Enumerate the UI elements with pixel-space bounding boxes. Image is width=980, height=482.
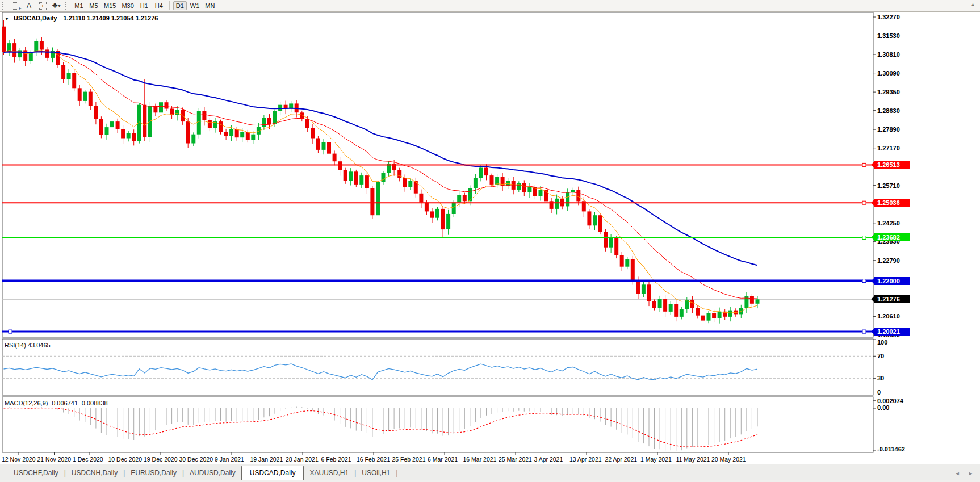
rsi-axis-label: 100 (877, 339, 887, 346)
text-box-glyph: T (39, 2, 47, 10)
date-label: 1 May 2021 (640, 456, 672, 463)
date-label: 1 Dec 2020 (73, 456, 103, 463)
tab-xauusd-h1[interactable]: XAUUSD,H1 (304, 467, 354, 480)
tab-scroll-right-icon[interactable]: ► (968, 471, 977, 476)
ohlc-values: 1.21110 1.21409 1.21054 1.21276 (63, 15, 158, 22)
timeframe-button-m1[interactable]: M1 (72, 1, 86, 10)
y-axis-tick: 1.30090 (877, 70, 900, 77)
y-axis-tick: 1.20610 (877, 313, 900, 320)
tab-usdcnh-daily[interactable]: USDCNH,Daily (66, 467, 123, 480)
hline-handle-right[interactable] (862, 163, 866, 166)
collapse-triangle-icon[interactable]: ▼ (5, 16, 9, 22)
ma-line-8 (4, 51, 758, 313)
rsi-line (4, 364, 758, 380)
timeframe-button-h1[interactable]: H1 (137, 1, 151, 10)
arrows-tool-icon[interactable]: ✥ ▾ (49, 1, 63, 11)
tab-usdchf-daily[interactable]: USDCHF,Daily (8, 467, 64, 480)
y-axis-tick: 1.31530 (877, 32, 900, 39)
date-label: 22 Apr 2021 (605, 456, 638, 463)
price-line-tag-1.25036[interactable]: 1.25036 (874, 199, 910, 207)
tab-usdcad-daily[interactable]: USDCAD,Daily (241, 466, 304, 480)
tab-eurusd-daily[interactable]: EURUSD,Daily (125, 467, 182, 480)
macd-axis-label: -0.011462 (877, 446, 905, 452)
date-label: 21 Nov 2020 (37, 456, 72, 463)
text-box-icon[interactable]: T (36, 1, 49, 11)
hline-handle-left[interactable] (9, 330, 12, 333)
rsi-axis-label: 30 (877, 375, 884, 382)
y-axis-tick: 1.27890 (877, 126, 900, 133)
y-axis-tick: 1.30810 (877, 51, 900, 58)
timeframe-button-m5[interactable]: M5 (87, 1, 100, 10)
tab-scroll-arrows: ◄ ► (955, 471, 977, 476)
symbol-name: USDCAD,Daily (14, 15, 57, 22)
current-price-tag: 1.21276 (874, 295, 910, 303)
macd-axis-label: 0.002074 (877, 397, 903, 404)
hline-handle-right[interactable] (862, 201, 866, 204)
axis-ticks (19, 17, 876, 455)
price-line-tag-1.26513[interactable]: 1.26513 (874, 161, 910, 169)
trading-terminal-window: F A T ✥ ▾ M1M5M15M30H1H4D1W1MN ▲ ▼ USDCA… (0, 0, 980, 482)
dropdown-caret-icon[interactable]: ▾ (58, 3, 61, 9)
tab-usoil-h1[interactable]: USOil,H1 (356, 467, 396, 480)
tab-separator: | (396, 469, 397, 480)
ma-line-21 (4, 52, 758, 299)
snap-grid-icon[interactable]: F (9, 1, 22, 11)
candlesticks (2, 20, 760, 325)
date-label: 30 Dec 2020 (179, 456, 213, 463)
date-label: 9 Jan 2021 (215, 456, 244, 463)
tab-audusd-daily[interactable]: AUDUSD,Daily (184, 467, 241, 480)
date-label: 19 Dec 2020 (144, 456, 178, 463)
status-strip (0, 480, 980, 482)
toolbar-grip[interactable] (2, 2, 6, 10)
y-axis-tick: 1.28630 (877, 107, 900, 114)
macd-label: MACD(12,26,9) -0.006741 -0.008838 (5, 400, 108, 406)
date-label: 28 Jan 2021 (286, 456, 319, 463)
date-label: 16 Mar 2021 (463, 456, 497, 463)
rsi-label: RSI(14) 43.0465 (5, 342, 51, 349)
y-axis-tick: 1.32270 (877, 14, 900, 20)
date-label: 6 Mar 2021 (428, 456, 458, 463)
chart-title: ▼ USDCAD,Daily 1.21110 1.21409 1.21054 1… (5, 15, 158, 22)
timeframe-button-m15[interactable]: M15 (102, 1, 118, 10)
macd-axis-label: 0.00 (877, 404, 889, 411)
timeframe-button-m30[interactable]: M30 (119, 1, 136, 10)
snap-grid-glyph: F (12, 2, 19, 10)
date-label: 6 Feb 2021 (321, 456, 351, 463)
date-label: 25 Mar 2021 (499, 456, 532, 463)
chart-tab-bar: USDCHF,Daily|USDCNH,Daily|EURUSD,Daily|A… (0, 464, 980, 480)
tab-scroll-left-icon[interactable]: ◄ (955, 471, 964, 476)
timeframe-button-h4[interactable]: H4 (152, 1, 166, 10)
price-line-tag-1.22000[interactable]: 1.22000 (874, 277, 910, 285)
date-label: 19 Jan 2021 (250, 456, 283, 463)
date-label: 20 May 2021 (711, 456, 746, 463)
hline-handle-right[interactable] (862, 330, 866, 333)
date-label: 10 Dec 2020 (108, 456, 143, 463)
toolbar: F A T ✥ ▾ M1M5M15M30H1H4D1W1MN ▲ (0, 0, 980, 12)
toolbar-overflow-icon[interactable]: ▲ (970, 2, 975, 7)
timeframe-separator (169, 1, 170, 10)
date-label: 3 Apr 2021 (534, 456, 563, 463)
y-axis-tick: 1.27170 (877, 145, 900, 152)
timeframe-button-d1[interactable]: D1 (173, 1, 187, 10)
text-label-icon[interactable]: A (22, 1, 36, 11)
rsi-axis-label: 70 (877, 353, 884, 359)
hline-handle-right[interactable] (862, 279, 866, 283)
y-axis-tick: 1.29350 (877, 89, 900, 95)
date-label: 13 Apr 2021 (569, 456, 602, 463)
date-label: 12 Nov 2020 (2, 456, 36, 463)
timeframe-group: M1M5M15M30H1H4D1W1MN (72, 1, 217, 10)
price-line-tag-1.23682[interactable]: 1.23682 (874, 233, 910, 241)
price-line-tag-1.20021[interactable]: 1.20021 (874, 328, 910, 336)
date-label: 25 Feb 2021 (392, 456, 426, 463)
rsi-axis-label: 0 (877, 389, 881, 396)
timeframe-button-mn[interactable]: MN (203, 1, 217, 10)
toolbar-grip-2[interactable] (65, 2, 69, 10)
macd-signal-line (4, 408, 758, 447)
y-axis-tick: 1.22790 (877, 257, 900, 264)
panel-frames (2, 12, 873, 452)
date-label: 16 Feb 2021 (357, 456, 390, 463)
hline-handle-right[interactable] (862, 236, 866, 240)
chart-window[interactable]: ▼ USDCAD,Daily 1.21110 1.21409 1.21054 1… (0, 12, 980, 464)
y-axis-tick: 1.25710 (877, 182, 900, 189)
timeframe-button-w1[interactable]: W1 (188, 1, 202, 10)
